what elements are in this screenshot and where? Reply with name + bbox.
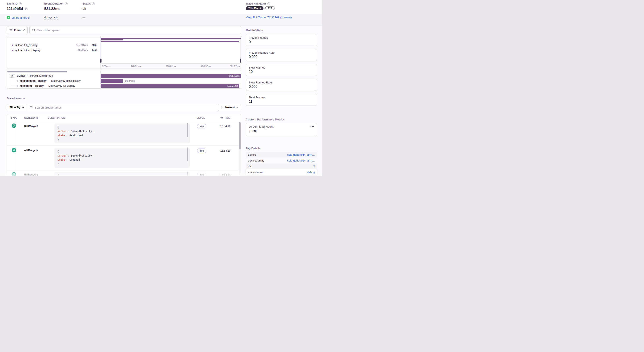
span-filter-button[interactable]: Filter [7, 26, 28, 34]
help-icon[interactable]: ? [92, 3, 95, 5]
code-scrollbar-thumb[interactable] [187, 123, 188, 137]
legend-percent: 14% [90, 49, 97, 52]
time-axis: 0.00ms 140.31ms 280.61ms 420.92ms 561.22… [101, 63, 241, 69]
project-item: sentry-android [7, 16, 30, 19]
vital-value: 0 [249, 40, 314, 44]
legend-dot-icon [12, 45, 13, 46]
level-badge: Info [197, 124, 206, 128]
col-time: TIME [224, 117, 230, 119]
overflow-menu-icon[interactable] [310, 125, 314, 127]
code-scrollbar-thumb[interactable] [187, 172, 188, 176]
span-bar[interactable]: 557.31ms [101, 84, 239, 88]
project-link[interactable]: sentry-android [12, 16, 30, 19]
breadcrumb-search-input[interactable] [34, 106, 215, 109]
tag-value-link[interactable]: 2 [313, 165, 315, 168]
breadcrumb-search [27, 104, 218, 111]
tag-value-link[interactable]: sdk_gphone64_arm… [287, 153, 315, 156]
search-icon [30, 106, 32, 109]
chevron-down-icon [22, 107, 24, 108]
vital-label: Frozen Frames [249, 36, 314, 39]
span-search-input[interactable] [37, 29, 238, 32]
col-category: CATEGORY [24, 117, 38, 119]
trace-navigator-pills: This Event ??? [246, 6, 274, 10]
table-vscrollbar-thumb[interactable] [239, 122, 240, 149]
span-minimap[interactable] [101, 37, 241, 63]
help-icon[interactable]: ? [267, 3, 270, 5]
navigation-pin-icon [12, 148, 16, 153]
custom-metrics-title: Custom Performance Metrics [246, 118, 285, 121]
span-sep: — [45, 84, 47, 87]
tag-value-link[interactable]: debug [307, 170, 315, 174]
span-bar[interactable]: 561.22ms [101, 74, 241, 78]
event-subheader: sentry-android 4 days ago — View Full Tr… [0, 14, 322, 26]
span-bar-row[interactable]: 561.22ms [101, 73, 241, 78]
span-bar-row[interactable]: 89.44ms [101, 78, 241, 83]
span-bar-row[interactable]: 557.31ms [101, 83, 241, 88]
span-tree-row[interactable]: ui.load.full_display — MainActivity full… [7, 83, 100, 88]
span-count-badge[interactable]: 2 [9, 74, 15, 78]
span-tree-bars: 561.22ms 89.44ms 557.31ms [101, 70, 241, 88]
tag-key: device [248, 153, 256, 156]
legend-name: ui.load.initial_display [15, 49, 40, 52]
breadcrumb-sort-button[interactable]: Newest [218, 104, 241, 111]
next-event-pill[interactable]: ??? [265, 6, 274, 10]
mobile-vitals-title: Mobile Vitals [246, 29, 263, 32]
event-duration-value: 521.22ms [44, 7, 60, 11]
axis-label: 420.92ms [201, 65, 211, 67]
this-event-pill[interactable]: This Event [246, 6, 264, 10]
legend-row[interactable]: ui.load.full_display 557.31ms 86% [7, 43, 100, 48]
span-minimap-column: 0.00ms 140.31ms 280.61ms 420.92ms 561.22… [101, 37, 241, 69]
span-tree-row[interactable]: 2 ui.load — b04245a3ea91453e [7, 73, 100, 78]
breadcrumbs-table-body: ui.lifecycle {screen : SecondActivity ,s… [7, 121, 241, 176]
span-op: ui.load.full_display [20, 84, 44, 87]
breadcrumb-row[interactable]: ui.lifecycle {screen : SecondActivity ,s… [7, 121, 241, 145]
vital-value: 0.909 [249, 85, 314, 89]
minimap-right-grip[interactable] [240, 59, 241, 63]
breadcrumb-description-code[interactable]: {screen : SecondActivity ,state : destro… [54, 123, 190, 143]
copy-icon[interactable] [24, 7, 28, 10]
code-scrollbar-thumb[interactable] [187, 147, 188, 161]
tree-bars-scroll-strip [101, 70, 241, 73]
custom-metric-label: screen_load_count [249, 125, 274, 128]
span-duration: 561.22ms [229, 75, 241, 77]
col-time-sortable[interactable]: TIME [220, 117, 230, 119]
status-label: Status [82, 2, 91, 5]
legend-row[interactable]: ui.load.initial_display 89.44ms 14% [7, 48, 100, 53]
event-duration-label: Event Duration [44, 2, 64, 5]
breadcrumb-description-code[interactable]: {screen : SecondActivity ,state : stoppe… [54, 148, 190, 168]
vital-card: Slow Frames 10 [246, 64, 317, 76]
breadcrumb-row[interactable]: ui.lifecycle { Info 16:54:18 [7, 170, 241, 176]
view-full-trace: View Full Trace: 71bf2768 (1 event) [246, 16, 292, 19]
breadcrumb-row[interactable]: ui.lifecycle {screen : SecondActivity ,s… [7, 145, 241, 170]
span-legend: ui.load.full_display 557.31ms 86% ui.loa… [7, 37, 101, 69]
view-full-trace-link[interactable]: View Full Trace: 71bf2768 (1 event) [246, 16, 292, 19]
tag-row: dist 2 [246, 163, 317, 169]
level-badge: Info [197, 148, 206, 153]
status-block: Status ? ok [82, 2, 95, 11]
breadcrumb-filter-by-button[interactable]: Filter By [7, 104, 27, 111]
search-icon [32, 29, 36, 32]
vital-card: Slow Frames Rate 0.909 [246, 79, 317, 91]
event-age: 4 days ago [44, 16, 58, 20]
minimap-left-grip[interactable] [100, 59, 102, 63]
span-tree-row[interactable]: ui.load.initial_display — MainActivity i… [7, 78, 100, 83]
tag-value-link[interactable]: sdk_gphone64_arm… [287, 159, 315, 162]
span-filter-label: Filter [14, 29, 21, 32]
vital-value: 10 [249, 70, 314, 74]
help-icon[interactable]: ? [65, 3, 68, 5]
event-age-text[interactable]: 4 days ago [44, 16, 58, 20]
breadcrumb-description-code[interactable]: { [54, 172, 190, 176]
tag-row: device sdk_gphone64_arm… [246, 152, 317, 158]
tree-hscroll-thumb[interactable] [7, 71, 67, 72]
col-level: LEVEL [197, 117, 205, 119]
span-search [29, 26, 241, 34]
table-vscrollbar-track[interactable] [239, 122, 240, 176]
legend-percent: 86% [90, 44, 97, 47]
span-description: MainActivity full display [48, 84, 75, 87]
trace-navigator-label: Trace Navigator [246, 2, 266, 5]
help-icon[interactable]: ? [19, 3, 22, 5]
custom-metric-card: screen_load_count 1 test [246, 123, 317, 136]
axis-tick [171, 64, 171, 65]
span-bar[interactable] [101, 79, 123, 83]
main-column: Filter ui.load.full_display 557.31ms 86% [7, 26, 241, 176]
